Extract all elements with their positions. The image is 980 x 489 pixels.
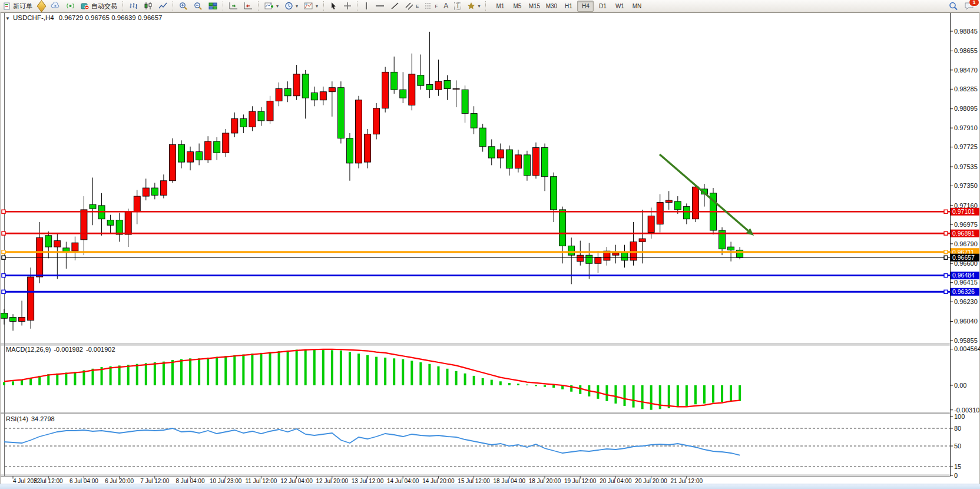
text-button[interactable]: A [441, 0, 451, 12]
line-chart-button[interactable] [156, 0, 170, 12]
search-icon [949, 2, 958, 11]
timeframe-button-w1[interactable]: W1 [611, 1, 628, 12]
arrows-button[interactable]: ▾ [465, 0, 482, 12]
svg-text:0.97910: 0.97910 [954, 124, 978, 131]
label-tool-glyph: T [454, 2, 461, 10]
chat-button[interactable]: 1 [962, 0, 976, 12]
svg-text:0.00: 0.00 [954, 382, 966, 389]
svg-text:14 Jul 04:00: 14 Jul 04:00 [387, 478, 419, 484]
templates-button[interactable]: ▾ [302, 0, 320, 12]
vertical-line-button[interactable] [361, 0, 372, 12]
bar-chart-icon [129, 2, 138, 10]
svg-text:0.97350: 0.97350 [954, 182, 978, 189]
svg-text:21 Jul 12:00: 21 Jul 12:00 [671, 478, 703, 484]
tile-windows-icon [208, 2, 217, 10]
timeframe-button-m30[interactable]: M30 [543, 1, 559, 12]
new-order-icon [4, 2, 11, 10]
toolbar-separator [122, 1, 124, 11]
periods-button[interactable]: ▾ [282, 0, 300, 12]
svg-text:5 Jul 12:00: 5 Jul 12:00 [34, 478, 63, 484]
svg-text:0: 0 [954, 472, 958, 479]
timeframe-button-h1[interactable]: H1 [560, 1, 577, 12]
svg-text:14 Jul 20:00: 14 Jul 20:00 [422, 478, 455, 484]
svg-text:0.98095: 0.98095 [954, 105, 978, 112]
svg-text:10 Jul 23:00: 10 Jul 23:00 [210, 478, 242, 484]
chart-canvas[interactable]: 0.988450.986550.984700.982850.980950.979… [0, 0, 980, 489]
svg-text:18 Jul 04:00: 18 Jul 04:00 [494, 478, 526, 484]
svg-text:0.004564: 0.004564 [954, 345, 980, 352]
new-order-label: 新订单 [13, 2, 32, 11]
timeframe-button-d1[interactable]: D1 [594, 1, 611, 12]
trendline-button[interactable] [388, 0, 402, 12]
timeframe-button-m5[interactable]: M5 [509, 1, 525, 12]
toolbar-separator [173, 1, 174, 11]
auto-trading-label: 自动交易 [91, 2, 117, 11]
timeframe-button-m1[interactable]: M1 [492, 1, 508, 12]
zoom-out-button[interactable] [191, 0, 205, 12]
window-dropdown-icon[interactable]: ▼ [5, 16, 10, 21]
crosshair-button[interactable] [341, 0, 354, 12]
timeframe-button-mn[interactable]: MN [628, 1, 645, 12]
horizontal-line-button[interactable] [373, 0, 387, 12]
bar-chart-button[interactable] [127, 0, 140, 12]
line-chart-icon [158, 2, 167, 10]
chart-shift-button[interactable] [241, 0, 255, 12]
chart-shift-icon [244, 2, 253, 10]
svg-text:-0.003105: -0.003105 [954, 407, 980, 414]
svg-text:0.96415: 0.96415 [954, 279, 978, 286]
svg-text:0.96891: 0.96891 [952, 230, 975, 237]
svg-text:6 Jul 20:00: 6 Jul 20:00 [105, 478, 134, 484]
signals-button[interactable] [64, 0, 77, 12]
svg-text:0.98470: 0.98470 [954, 67, 978, 74]
svg-text:0.97725: 0.97725 [954, 143, 978, 150]
channel-glyph: E [416, 4, 419, 9]
svg-text:0.97535: 0.97535 [954, 163, 978, 170]
search-button[interactable] [946, 0, 961, 12]
zoom-out-icon [194, 2, 203, 10]
svg-text:0.96975: 0.96975 [954, 221, 978, 228]
community-button[interactable] [48, 0, 62, 12]
svg-text:18 Jul 20:00: 18 Jul 20:00 [529, 478, 561, 484]
status-bar [0, 484, 980, 489]
toolbar-separator [223, 1, 224, 11]
svg-text:0.97101: 0.97101 [952, 208, 975, 215]
candlestick-chart-button[interactable] [141, 0, 155, 12]
new-order-button[interactable]: 新订单 [1, 0, 35, 12]
zoom-in-icon [179, 2, 188, 10]
svg-text:7 Jul 12:00: 7 Jul 12:00 [140, 478, 169, 484]
toolbar-separator [258, 1, 259, 11]
dropdown-arrow: ▾ [296, 4, 298, 9]
main-toolbar: 新订单 自动交易 ▾ ▾ ▾ [0, 0, 980, 12]
equidistant-channel-button[interactable]: E [403, 0, 421, 12]
text-tool-glyph: A [443, 2, 448, 10]
dropdown-arrow: ▾ [316, 4, 318, 9]
svg-text:8 Jul 04:00: 8 Jul 04:00 [176, 478, 205, 484]
svg-text:6 Jul 04:00: 6 Jul 04:00 [69, 478, 98, 484]
auto-trading-button[interactable]: 自动交易 [78, 0, 120, 12]
svg-text:20 Jul 04:00: 20 Jul 04:00 [600, 478, 632, 484]
signals-icon [66, 2, 75, 10]
market-icon[interactable] [37, 0, 47, 12]
toolbar-separator [485, 1, 486, 11]
fibonacci-button[interactable]: F [422, 0, 440, 12]
horizontal-line-icon [375, 2, 385, 10]
candlestick-chart-icon [144, 2, 153, 10]
dropdown-arrow: ▾ [478, 4, 480, 9]
svg-text:0.96326: 0.96326 [952, 288, 975, 295]
timeframe-button-m15[interactable]: M15 [526, 1, 542, 12]
timeframe-button-h4[interactable]: H4 [577, 1, 594, 12]
svg-text:0.98845: 0.98845 [954, 28, 978, 35]
text-label-button[interactable]: T [452, 0, 463, 12]
auto-scroll-button[interactable] [227, 0, 240, 12]
svg-text:19 Jul 12:00: 19 Jul 12:00 [564, 478, 597, 484]
svg-text:0.96230: 0.96230 [954, 298, 978, 305]
svg-text:0.96790: 0.96790 [954, 240, 978, 247]
svg-text:15 Jul 12:00: 15 Jul 12:00 [458, 478, 490, 484]
svg-text:0.96484: 0.96484 [952, 272, 975, 279]
svg-text:11 Jul 12:00: 11 Jul 12:00 [246, 478, 277, 484]
tile-windows-button[interactable] [206, 0, 220, 12]
zoom-in-button[interactable] [177, 0, 190, 12]
rsi-label: RSI(14)34.2798 [6, 415, 55, 422]
indicators-button[interactable]: ▾ [262, 0, 281, 12]
cursor-button[interactable] [327, 0, 340, 12]
